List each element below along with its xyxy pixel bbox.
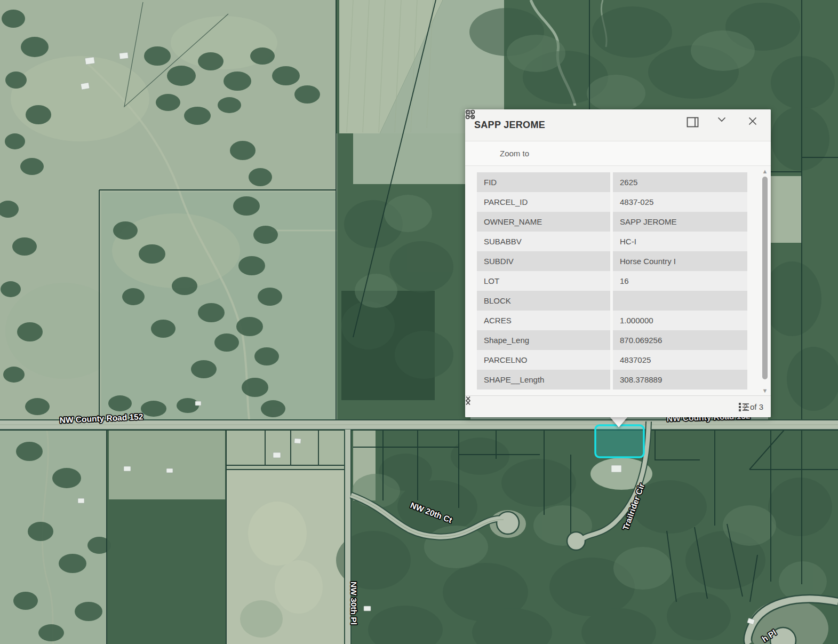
field-label: PARCEL_ID	[477, 192, 610, 212]
feature-pagination: 2 of 3	[738, 402, 763, 411]
field-label: SUBDIV	[477, 251, 610, 271]
field-label: SUBABBV	[477, 232, 610, 251]
table-row: PARCEL_ID 4837-025	[477, 192, 747, 212]
popup-callout-pointer	[610, 417, 628, 427]
popup-title: SAPP JEROME	[474, 120, 545, 131]
scroll-down-icon[interactable]: ▼	[761, 387, 769, 394]
field-label: PARCELNO	[477, 350, 610, 370]
table-row: SUBABBV HC-I	[477, 232, 747, 251]
scrollbar-thumb[interactable]	[762, 177, 768, 379]
chevron-down-icon[interactable]	[717, 117, 733, 133]
field-value: 308.378889	[613, 370, 747, 389]
table-row: SUBDIV Horse Country I	[477, 251, 747, 271]
road-label-nw-30th-pl: NW 30th Pl	[349, 582, 358, 625]
feature-popup: SAPP JEROME	[465, 109, 771, 417]
field-value	[613, 291, 747, 311]
popup-footer: 2 of 3	[465, 395, 771, 417]
field-value: HC-I	[613, 232, 747, 251]
table-row: OWNER_NAME SAPP JEROME	[477, 212, 747, 232]
field-value: 870.069256	[613, 330, 747, 350]
close-icon[interactable]	[748, 117, 764, 133]
popup-header: SAPP JEROME	[465, 109, 771, 141]
attribute-table: FID 2625 PARCEL_ID 4837-025 OWNER_NAME S…	[465, 166, 771, 395]
zoom-to-button[interactable]: Zoom to	[492, 145, 532, 163]
next-feature-icon[interactable]	[484, 399, 500, 415]
field-value: 2625	[613, 172, 747, 192]
field-value: Horse Country I	[613, 251, 747, 271]
table-row: SHAPE__Length 308.378889	[477, 370, 747, 389]
table-row: LOT 16	[477, 271, 747, 291]
table-row: FID 2625	[477, 172, 747, 192]
table-row: PARCELNO 4837025	[477, 350, 747, 370]
table-row: Shape_Leng 870.069256	[477, 330, 747, 350]
table-row: ACRES 1.000000	[477, 311, 747, 330]
field-label: BLOCK	[477, 291, 610, 311]
field-label: OWNER_NAME	[477, 212, 610, 232]
field-value: SAPP JEROME	[613, 212, 747, 232]
field-label: Shape_Leng	[477, 330, 610, 350]
map-viewport[interactable]: NW County Road 152 NW County Road 152 NW…	[0, 0, 838, 644]
selected-parcel-highlight[interactable]	[595, 425, 644, 457]
popup-scrollbar: ▲ ▼	[761, 167, 769, 395]
field-label: FID	[477, 172, 610, 192]
popup-action-bar: Zoom to	[465, 141, 771, 166]
field-value: 1.000000	[613, 311, 747, 330]
zoom-to-label: Zoom to	[500, 149, 529, 158]
field-label: LOT	[477, 271, 610, 291]
field-label: SHAPE__Length	[477, 370, 610, 389]
field-value: 4837025	[613, 350, 747, 370]
table-row: BLOCK	[477, 291, 747, 311]
field-value: 16	[613, 271, 747, 291]
field-label: ACRES	[477, 311, 610, 330]
dock-icon[interactable]	[687, 117, 703, 133]
feature-menu-icon[interactable]	[469, 145, 488, 163]
scroll-up-icon[interactable]: ▲	[761, 168, 769, 174]
field-value: 4837-025	[613, 192, 747, 212]
